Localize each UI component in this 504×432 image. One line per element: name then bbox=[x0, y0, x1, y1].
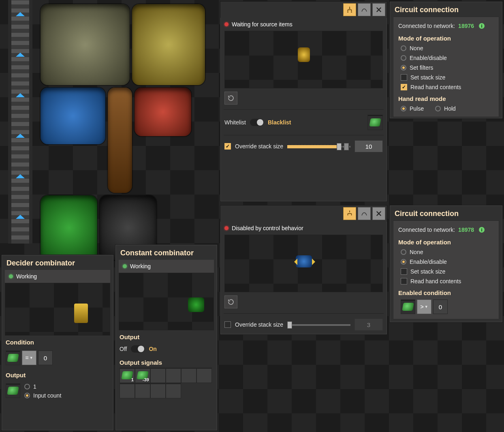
condition-left-slot[interactable] bbox=[6, 351, 20, 365]
mode-enable-radio[interactable] bbox=[401, 259, 406, 265]
mode-none-radio[interactable] bbox=[401, 249, 406, 255]
set-stack-label: Set stack size bbox=[410, 268, 445, 275]
output-count-radio[interactable] bbox=[24, 393, 30, 398]
mode-enable-label: Enable/disable bbox=[410, 259, 447, 265]
circuit-connection-panel-bottom: Circuit connection Connected to network:… bbox=[389, 205, 503, 323]
pulse-radio[interactable] bbox=[401, 106, 406, 111]
item-icon bbox=[7, 354, 19, 362]
output-signal-slot[interactable] bbox=[6, 383, 20, 398]
status-text: Working bbox=[130, 263, 151, 269]
override-stack-label: Override stack size bbox=[235, 143, 283, 150]
rotate-icon[interactable] bbox=[224, 295, 237, 308]
signal-count: -39 bbox=[143, 377, 149, 382]
signal-slot[interactable] bbox=[150, 383, 166, 398]
network-label: Connected to network: bbox=[398, 23, 455, 29]
stack-size-slider[interactable] bbox=[287, 321, 350, 329]
whitelist-label: Whitelist bbox=[224, 119, 246, 126]
close-icon[interactable] bbox=[372, 3, 385, 16]
mode-title: Mode of operation bbox=[397, 235, 495, 247]
condition-value-input[interactable] bbox=[433, 299, 448, 314]
condition-operator[interactable]: =▼ bbox=[22, 351, 36, 365]
whitelist-toggle[interactable] bbox=[250, 119, 264, 126]
stack-size-input[interactable] bbox=[355, 140, 383, 152]
mode-title: Mode of operation bbox=[397, 32, 495, 43]
output-toggle[interactable] bbox=[131, 345, 145, 353]
inserter-panel-bottom: Disabled by control behavior Override st… bbox=[220, 205, 387, 335]
entity-preview bbox=[119, 273, 214, 330]
condition-right-input[interactable] bbox=[38, 351, 53, 365]
signal-slot[interactable] bbox=[196, 368, 212, 383]
read-hand-label: Read hand contents bbox=[410, 84, 461, 90]
condition-signal-slot[interactable] bbox=[401, 299, 415, 314]
logistic-network-icon[interactable] bbox=[358, 207, 371, 220]
inserter-panel-top: Waiting for source items Whitelist Black… bbox=[220, 1, 387, 202]
mode-enable-radio[interactable] bbox=[401, 55, 406, 61]
signal-slot[interactable]: -39 bbox=[135, 368, 150, 383]
circuit-connection-panel-top: Circuit connection Connected to network:… bbox=[389, 1, 503, 119]
override-stack-checkbox[interactable] bbox=[224, 321, 231, 328]
signal-slot[interactable] bbox=[150, 368, 166, 383]
set-stack-checkbox[interactable] bbox=[401, 268, 407, 275]
status-text: Working bbox=[16, 273, 37, 280]
network-label: Connected to network: bbox=[398, 227, 455, 233]
entity-preview bbox=[224, 31, 383, 88]
blacklist-label: Blacklist bbox=[268, 119, 291, 126]
output-title: Output bbox=[115, 330, 217, 342]
output-one-radio[interactable] bbox=[24, 384, 30, 389]
read-hand-checkbox[interactable] bbox=[401, 278, 407, 284]
circuit-network-icon[interactable] bbox=[343, 3, 356, 16]
set-stack-label: Set stack size bbox=[410, 74, 445, 81]
circuit-network-icon[interactable] bbox=[343, 207, 356, 220]
signal-count: 1 bbox=[131, 377, 134, 382]
game-world-view bbox=[0, 0, 219, 244]
override-stack-row: Override stack size bbox=[220, 137, 387, 156]
output-one-label: 1 bbox=[33, 383, 36, 390]
constant-combinator-panel: Constant combinator Working Output Off O… bbox=[115, 244, 218, 431]
off-label: Off bbox=[120, 346, 127, 352]
item-icon bbox=[369, 118, 381, 126]
network-id-link[interactable]: 18976 bbox=[458, 23, 474, 29]
status-dot bbox=[224, 22, 229, 26]
signal-slot[interactable] bbox=[135, 383, 150, 398]
read-hand-label: Read hand contents bbox=[410, 278, 461, 284]
rotate-icon[interactable] bbox=[224, 92, 237, 105]
entity-preview bbox=[5, 283, 110, 336]
status-dot bbox=[9, 274, 13, 278]
entity-preview bbox=[224, 235, 383, 292]
override-stack-checkbox[interactable] bbox=[224, 143, 231, 150]
mode-filters-radio[interactable] bbox=[401, 65, 406, 71]
stack-size-slider[interactable] bbox=[287, 142, 350, 150]
status-text: Disabled by control behavior bbox=[232, 225, 303, 231]
enabled-condition-title: Enabled condition bbox=[397, 286, 495, 298]
info-icon[interactable]: i bbox=[479, 227, 485, 233]
pulse-label: Pulse bbox=[410, 105, 424, 112]
chevron-down-icon: ▼ bbox=[30, 356, 33, 360]
signal-slot[interactable] bbox=[181, 368, 196, 383]
mode-none-label: None bbox=[410, 45, 423, 51]
info-icon[interactable]: i bbox=[479, 23, 485, 29]
mode-none-radio[interactable] bbox=[401, 45, 406, 51]
logistic-network-icon[interactable] bbox=[358, 3, 371, 16]
chevron-down-icon: ▼ bbox=[425, 305, 428, 309]
signal-slot[interactable] bbox=[120, 383, 135, 398]
hand-mode-title: Hand read mode bbox=[397, 92, 495, 104]
filter-slot[interactable] bbox=[367, 115, 383, 130]
signal-slot[interactable] bbox=[166, 383, 181, 398]
hold-label: Hold bbox=[444, 105, 456, 112]
hold-radio[interactable] bbox=[435, 106, 441, 111]
status-text: Waiting for source items bbox=[232, 21, 293, 28]
signal-slot[interactable] bbox=[166, 368, 181, 383]
mode-enable-label: Enable/disable bbox=[410, 55, 447, 61]
set-stack-checkbox[interactable] bbox=[401, 74, 407, 81]
close-icon[interactable] bbox=[372, 207, 385, 220]
panel-title: Constant combinator bbox=[115, 245, 217, 260]
panel-title: Circuit connection bbox=[390, 205, 502, 220]
signal-slot[interactable]: 1 bbox=[120, 368, 135, 383]
mode-filters-label: Set filters bbox=[410, 64, 433, 71]
factory-machines bbox=[41, 4, 215, 243]
status-dot bbox=[123, 264, 127, 268]
condition-operator[interactable]: >▼ bbox=[417, 299, 431, 314]
item-icon bbox=[402, 303, 414, 311]
read-hand-checkbox[interactable] bbox=[401, 84, 407, 90]
network-id-link[interactable]: 18978 bbox=[458, 227, 474, 233]
